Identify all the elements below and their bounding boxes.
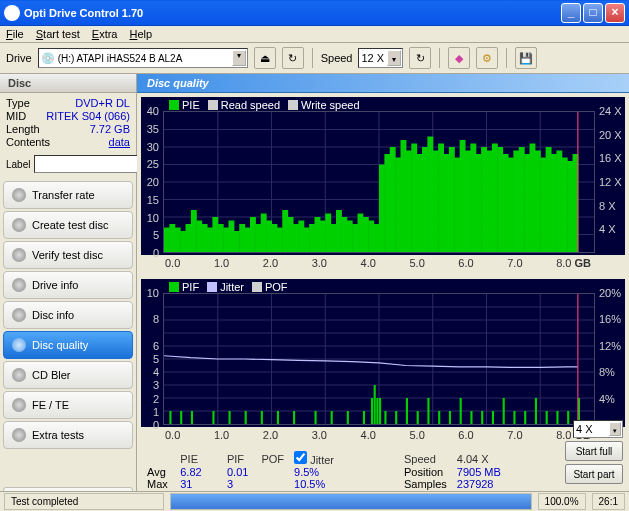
- svg-rect-59: [406, 151, 412, 253]
- svg-rect-39: [298, 221, 304, 253]
- statusbar: Test completed 100.0% 26:1: [0, 491, 629, 511]
- svg-rect-122: [374, 385, 376, 424]
- start-part-button[interactable]: Start part: [565, 464, 623, 484]
- disc-type-value: DVD+R DL: [75, 97, 130, 109]
- jitter-checkbox[interactable]: [294, 451, 307, 464]
- svg-rect-31: [255, 224, 261, 252]
- minimize-button[interactable]: _: [561, 3, 581, 23]
- eject-button[interactable]: ⏏: [254, 47, 276, 69]
- svg-rect-30: [250, 217, 256, 252]
- disc-info: TypeDVD+R DL MIDRITEK S04 (066) Length7.…: [0, 93, 136, 153]
- svg-rect-79: [513, 151, 519, 253]
- maximize-button[interactable]: □: [583, 3, 603, 23]
- disc-contents-value[interactable]: data: [109, 136, 130, 148]
- chart1-xaxis: 0.01.02.03.04.05.06.07.08.0 GB: [141, 255, 625, 275]
- save-button[interactable]: 💾: [515, 47, 537, 69]
- svg-rect-40: [304, 228, 310, 253]
- svg-rect-120: [363, 411, 365, 424]
- tab-create-test-disc[interactable]: Create test disc: [3, 211, 133, 239]
- disc-length-value: 7.72 GB: [90, 123, 130, 135]
- chevron-down-icon[interactable]: ▾: [387, 50, 401, 66]
- quality-icon: [12, 338, 26, 352]
- disc-type-label: Type: [6, 97, 30, 109]
- check-icon: [12, 248, 26, 262]
- app-icon: [4, 5, 20, 21]
- svg-rect-88: [562, 158, 568, 253]
- svg-rect-121: [371, 398, 373, 424]
- tab-extra-tests[interactable]: Extra tests: [3, 421, 133, 449]
- tab-verify-test-disc[interactable]: Verify test disc: [3, 241, 133, 269]
- scan-speed-select[interactable]: 4 X▾: [573, 420, 623, 438]
- svg-rect-50: [358, 214, 364, 253]
- pie-chart: PIE Read speed Write speed 4035302520151…: [141, 97, 625, 255]
- tab-transfer-rate[interactable]: Transfer rate: [3, 181, 133, 209]
- svg-rect-61: [417, 154, 423, 252]
- disc-icon: [12, 218, 26, 232]
- svg-rect-86: [551, 154, 557, 252]
- status-text: Test completed: [4, 493, 164, 510]
- svg-rect-112: [229, 411, 231, 424]
- svg-rect-28: [239, 224, 245, 252]
- panel-title: Disc quality: [137, 74, 629, 93]
- menu-file[interactable]: File: [6, 28, 24, 40]
- svg-rect-126: [395, 411, 397, 424]
- svg-rect-83: [535, 151, 541, 253]
- svg-rect-24: [218, 224, 224, 252]
- svg-rect-115: [277, 411, 279, 424]
- svg-rect-65: [438, 144, 444, 253]
- gauge-icon: [12, 188, 26, 202]
- options-button[interactable]: ⚙: [476, 47, 498, 69]
- svg-rect-70: [465, 151, 471, 253]
- chart2-plot: [163, 293, 595, 425]
- menu-extra[interactable]: Extra: [92, 28, 118, 40]
- info-icon: [12, 308, 26, 322]
- start-full-button[interactable]: Start full: [565, 441, 623, 461]
- svg-rect-47: [341, 217, 347, 252]
- disc-contents-label: Contents: [6, 136, 50, 148]
- menu-help[interactable]: Help: [129, 28, 152, 40]
- menu-start-test[interactable]: Start test: [36, 28, 80, 40]
- tab-disc-info[interactable]: Disc info: [3, 301, 133, 329]
- svg-rect-33: [266, 221, 272, 253]
- svg-rect-36: [282, 210, 288, 252]
- svg-rect-118: [331, 411, 333, 424]
- tab-cd-bler[interactable]: CD Bler: [3, 361, 133, 389]
- svg-rect-18: [186, 224, 192, 252]
- svg-rect-22: [207, 228, 213, 253]
- chevron-down-icon[interactable]: ▾: [232, 50, 246, 66]
- svg-rect-123: [376, 398, 378, 424]
- chevron-down-icon[interactable]: ▾: [609, 422, 621, 436]
- drive-label: Drive: [6, 52, 32, 64]
- drive-select[interactable]: 💿 (H:) ATAPI iHAS524 B AL2A ▾: [38, 48, 248, 68]
- svg-rect-16: [175, 228, 181, 253]
- svg-rect-58: [401, 140, 407, 252]
- svg-rect-110: [191, 411, 193, 424]
- info-icon: [12, 278, 26, 292]
- tab-fe-te[interactable]: FE / TE: [3, 391, 133, 419]
- svg-rect-35: [277, 228, 283, 253]
- tab-drive-info[interactable]: Drive info: [3, 271, 133, 299]
- svg-rect-108: [169, 411, 171, 424]
- svg-rect-68: [454, 158, 460, 253]
- toolbar: Drive 💿 (H:) ATAPI iHAS524 B AL2A ▾ ⏏ ↻ …: [0, 43, 629, 74]
- svg-rect-85: [546, 147, 552, 252]
- svg-rect-117: [315, 411, 317, 424]
- svg-rect-109: [180, 411, 182, 424]
- refresh-speed-button[interactable]: ↻: [409, 47, 431, 69]
- menubar: File Start test Extra Help: [0, 26, 629, 43]
- svg-rect-27: [234, 231, 240, 252]
- svg-rect-127: [406, 398, 408, 424]
- svg-rect-66: [444, 154, 450, 252]
- tab-disc-quality[interactable]: Disc quality: [3, 331, 133, 359]
- svg-rect-49: [352, 224, 358, 252]
- svg-rect-132: [460, 398, 462, 424]
- svg-rect-56: [390, 147, 396, 252]
- svg-rect-60: [411, 144, 417, 253]
- speed-select[interactable]: 12 X ▾: [358, 48, 403, 68]
- close-button[interactable]: ×: [605, 3, 625, 23]
- svg-rect-17: [180, 231, 186, 252]
- erase-button[interactable]: ◆: [448, 47, 470, 69]
- svg-rect-54: [379, 165, 385, 253]
- svg-rect-78: [508, 158, 514, 253]
- refresh-drive-button[interactable]: ↻: [282, 47, 304, 69]
